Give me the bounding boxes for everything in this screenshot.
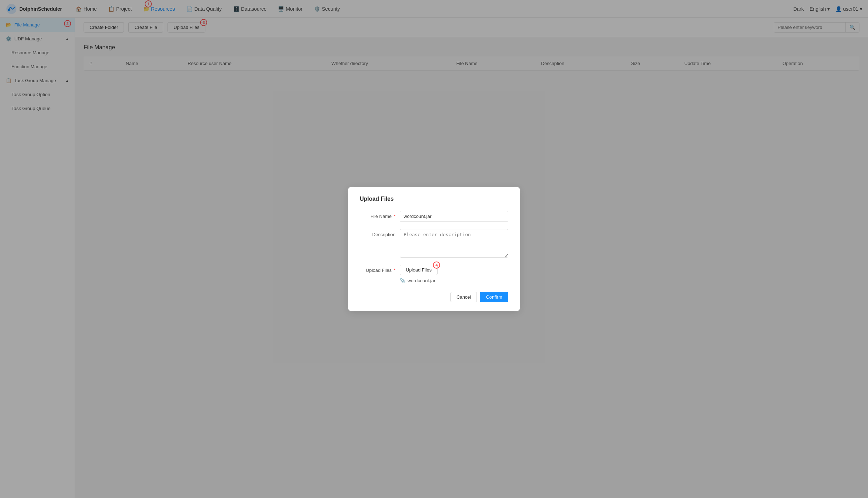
attachment-icon: 📎 [400,278,405,283]
modal-title: Upload Files [360,196,508,202]
file-name-input[interactable] [400,211,508,222]
upload-btn-badge: 4 [433,262,440,269]
modal-footer: Cancel Confirm [360,292,508,302]
required-star2: * [394,268,395,273]
required-star: * [394,214,395,219]
upload-area: Upload Files 4 📎 wordcount.jar [400,265,438,283]
description-input[interactable] [400,229,508,258]
upload-files-btn[interactable]: Upload Files 4 [400,265,438,275]
cancel-button[interactable]: Cancel [450,292,477,302]
upload-files-modal: Upload Files File Name * Description Upl… [348,187,520,311]
attached-file: 📎 wordcount.jar [400,278,438,283]
confirm-button[interactable]: Confirm [480,292,508,302]
file-name-row: File Name * [360,211,508,222]
upload-files-label: Upload Files * [360,265,395,273]
description-row: Description [360,229,508,258]
upload-files-row: Upload Files * Upload Files 4 📎 wordcoun… [360,265,508,283]
modal-overlay: Upload Files File Name * Description Upl… [0,0,868,498]
description-label: Description [360,229,395,237]
file-name-label: File Name * [360,211,395,219]
